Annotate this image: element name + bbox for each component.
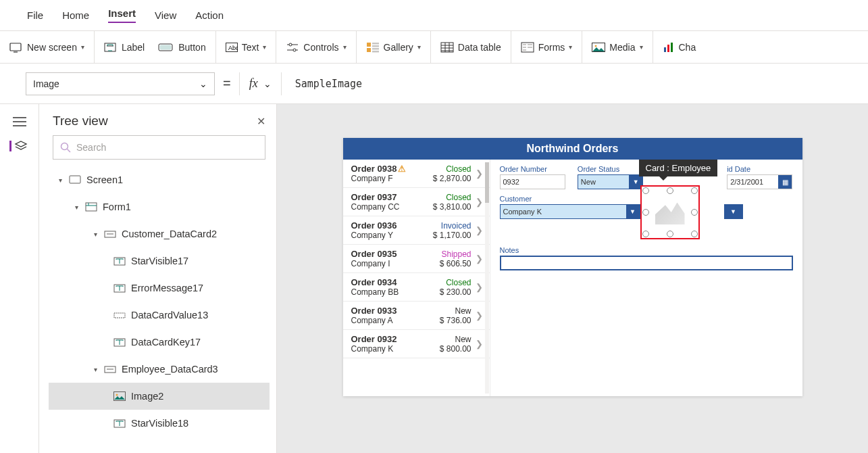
- layers-icon[interactable]: [9, 141, 24, 151]
- data-table-button[interactable]: Data table: [431, 31, 511, 63]
- main-area: Tree view ✕ Search ▾ Screen1 ▾ Form1 ▾ C…: [0, 104, 868, 453]
- order-row[interactable]: Order 0938⚠Company FClosed$ 2,870.00❯: [343, 160, 490, 188]
- controls-button[interactable]: Controls ▾: [276, 31, 356, 63]
- chevron-right-icon: ❯: [476, 168, 483, 178]
- tree-node-form1[interactable]: ▾ Form1: [49, 193, 270, 220]
- order-row[interactable]: Order 0937Company CCClosed$ 3,810.00❯: [343, 188, 490, 216]
- svg-rect-29: [528, 47, 532, 48]
- svg-rect-25: [523, 44, 526, 45]
- tree-node-errormessage17[interactable]: ErrorMessage17: [49, 275, 270, 302]
- svg-rect-14: [372, 45, 379, 47]
- equals-sign: =: [223, 76, 231, 91]
- chevron-down-icon: ▾: [640, 43, 643, 51]
- chevron-down-icon: ▾: [263, 43, 266, 51]
- expander-icon[interactable]: ▾: [92, 231, 99, 238]
- svg-rect-27: [523, 49, 526, 51]
- media-button[interactable]: Media ▾: [582, 31, 653, 63]
- svg-point-38: [61, 143, 68, 150]
- label-button[interactable]: Label: [104, 42, 145, 53]
- order-row[interactable]: Order 0933Company ANew$ 736.00❯: [343, 302, 490, 330]
- svg-rect-33: [667, 45, 669, 52]
- property-selector[interactable]: Image ⌄: [26, 72, 215, 95]
- chevron-down-icon: ▾: [343, 43, 347, 51]
- svg-rect-40: [70, 176, 80, 183]
- employee-card-selection[interactable]: [640, 185, 700, 239]
- forms-button[interactable]: Forms ▾: [511, 31, 583, 63]
- order-row[interactable]: Order 0935Company IShipped$ 606.50❯: [343, 245, 490, 273]
- svg-text:Abc: Abc: [228, 45, 238, 51]
- paid-date-field[interactable]: 2/31/2001 ▦: [727, 174, 792, 189]
- tree-scroll[interactable]: ▾ Screen1 ▾ Form1 ▾ Customer_DataCard2 S…: [49, 166, 270, 453]
- order-number-label: Order Number: [500, 165, 565, 173]
- menu-home[interactable]: Home: [62, 9, 89, 21]
- order-list[interactable]: Order 0938⚠Company FClosed$ 2,870.00❯Ord…: [343, 160, 490, 396]
- left-rail: [0, 104, 39, 453]
- datacard-icon: [104, 229, 116, 239]
- label-icon: [113, 337, 126, 347]
- charts-button[interactable]: Cha: [653, 31, 706, 63]
- menu-action[interactable]: Action: [195, 9, 224, 21]
- tree-node-datacardkey17[interactable]: DataCardKey17: [49, 329, 270, 356]
- chevron-right-icon: ❯: [476, 310, 483, 320]
- order-row[interactable]: Order 0936Company YInvoiced$ 1,170.00❯: [343, 216, 490, 245]
- menu-file[interactable]: File: [27, 9, 43, 21]
- tree-node-employee-datacard[interactable]: ▾ Employee_DataCard3: [49, 356, 270, 383]
- chevron-right-icon: ❯: [476, 254, 483, 264]
- svg-rect-34: [671, 43, 673, 52]
- app-title: Northwind Orders: [343, 138, 802, 160]
- gallery-button[interactable]: Gallery ▾: [357, 31, 431, 63]
- scrollbar[interactable]: [485, 162, 489, 394]
- chevron-down-icon: ▾: [569, 43, 572, 51]
- svg-rect-13: [372, 43, 379, 45]
- svg-rect-26: [523, 47, 526, 48]
- formula-bar: Image ⌄ = fx ⌄ SampleImage: [0, 64, 868, 104]
- hamburger-icon[interactable]: [12, 116, 27, 127]
- fx-button[interactable]: fx ⌄: [239, 72, 282, 95]
- menu-view[interactable]: View: [155, 9, 176, 21]
- order-row[interactable]: Order 0934Company BBClosed$ 230.00❯: [343, 273, 490, 302]
- expander-icon[interactable]: ▾: [57, 176, 63, 184]
- tree-node-screen1[interactable]: ▾ Screen1: [49, 166, 270, 193]
- search-input[interactable]: Search: [53, 135, 265, 160]
- svg-rect-28: [528, 44, 532, 45]
- order-number-field[interactable]: 0932: [500, 174, 565, 189]
- svg-rect-50: [114, 313, 125, 318]
- svg-point-56: [116, 394, 118, 396]
- order-status-dropdown[interactable]: New ▼: [578, 174, 643, 189]
- menu-insert[interactable]: Insert: [108, 7, 136, 23]
- image-icon: [113, 391, 126, 401]
- expander-icon[interactable]: ▾: [92, 366, 99, 373]
- notes-field[interactable]: [500, 256, 793, 270]
- chevron-right-icon: ❯: [476, 225, 483, 235]
- calendar-icon: ▦: [778, 175, 792, 189]
- tooltip: Card : Employee: [639, 160, 718, 176]
- order-row[interactable]: Order 0932Company KNew$ 800.00❯: [343, 330, 490, 358]
- svg-rect-5: [160, 45, 171, 49]
- canvas[interactable]: Northwind Orders Order 0938⚠Company FClo…: [277, 104, 868, 453]
- customer-label: Customer: [500, 195, 640, 203]
- small-dropdown[interactable]: ▼: [724, 204, 743, 219]
- tree-node-image2[interactable]: Image2: [49, 383, 270, 410]
- label-icon: [113, 256, 126, 266]
- text-button[interactable]: Abc Text ▾: [216, 31, 277, 63]
- datacard-icon: [104, 364, 116, 374]
- app-preview: Northwind Orders Order 0938⚠Company FClo…: [343, 138, 802, 396]
- tree-node-customer-datacard[interactable]: ▾ Customer_DataCard2: [49, 220, 270, 247]
- close-icon[interactable]: ✕: [257, 115, 265, 128]
- svg-rect-32: [664, 47, 666, 52]
- new-screen-button[interactable]: New screen ▾: [0, 31, 95, 63]
- notes-label: Notes: [500, 246, 793, 254]
- formula-input[interactable]: SampleImage: [290, 78, 362, 90]
- tree-node-starvisible18[interactable]: StarVisible18: [49, 410, 270, 437]
- button-button[interactable]: Button: [158, 42, 205, 53]
- form-icon: [85, 202, 97, 212]
- label-icon: [113, 419, 126, 428]
- customer-dropdown[interactable]: Company K ▼: [500, 204, 640, 219]
- svg-rect-16: [372, 48, 379, 50]
- svg-point-9: [289, 43, 292, 46]
- tree-node-starvisible17[interactable]: StarVisible17: [49, 247, 270, 275]
- tree-node-datacardvalue13[interactable]: DataCardValue13: [49, 302, 270, 329]
- expander-icon[interactable]: ▾: [73, 204, 80, 211]
- combobox-icon: [113, 310, 126, 320]
- top-menu: File Home Insert View Action: [0, 0, 868, 31]
